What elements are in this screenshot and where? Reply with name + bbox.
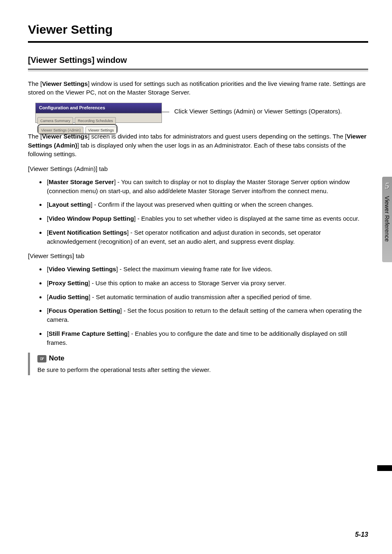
- text: - Use this option to make an access to S…: [90, 279, 286, 286]
- list-item: [Layout setting] - Confirm if the layout…: [46, 200, 368, 209]
- list-item: [Video Viewing Settings] - Select the ma…: [46, 265, 368, 274]
- section-rule: [28, 69, 368, 72]
- ui-label: Viewer Settings: [42, 80, 88, 87]
- note-heading: Note: [37, 353, 368, 364]
- chapter-name: Viewer Reference: [383, 196, 391, 242]
- viewer-tab-heading: [Viewer Settings] tab: [28, 252, 368, 261]
- page-edge-marker: [377, 465, 392, 471]
- ui-label: Master Storage Server: [48, 178, 114, 185]
- tab-viewer-settings-admin[interactable]: Viewer Settings (Admin): [38, 127, 83, 134]
- list-item: [Event Notification Settings] - Set oper…: [46, 228, 368, 246]
- section-heading: [Viewer Settings] window: [28, 54, 368, 66]
- ui-label: Focus Operation Setting: [48, 307, 120, 314]
- note-block: Note Be sure to perform the operational …: [28, 353, 368, 375]
- chapter-number: 5: [385, 180, 389, 192]
- page-number: 5-13: [355, 530, 368, 539]
- ui-label: Event Notification Settings: [48, 229, 127, 236]
- figure-callout: Configuration and Preferences Camera Sum…: [35, 103, 368, 123]
- list-item: [Master Storage Server] - You can switch…: [46, 178, 368, 196]
- text: The [: [28, 80, 42, 87]
- tab-camera-summary[interactable]: Camera Summary: [37, 117, 73, 124]
- text: - Enables you to set whether video is di…: [136, 215, 359, 222]
- dialog-tabrow: Camera Summary Recording Schedules Viewe…: [35, 113, 162, 123]
- callout-text: Click Viewer Settings (Admin) or Viewer …: [174, 103, 342, 116]
- viewer-tab-list: [Video Viewing Settings] - Select the ma…: [46, 265, 368, 347]
- text: - Confirm if the layout was preserved wh…: [92, 201, 314, 208]
- note-icon: [37, 355, 46, 362]
- ui-label: Video Viewing Settings: [48, 265, 116, 272]
- page-title: Viewer Setting: [28, 21, 368, 39]
- ui-label: Layout setting: [48, 201, 91, 208]
- ui-label: Video Window Popup Setting: [48, 215, 134, 222]
- note-title: Note: [49, 353, 65, 364]
- tab-viewer-settings[interactable]: Viewer Settings: [85, 127, 117, 134]
- list-item: [Video Window Popup Setting] - Enables y…: [46, 214, 368, 223]
- text: - Set automatic termination of audio tra…: [90, 293, 312, 300]
- ui-label: Proxy Setting: [48, 279, 88, 286]
- tab-recording-schedules[interactable]: Recording Schedules: [75, 117, 116, 124]
- intro-paragraph: The [Viewer Settings] window is used for…: [28, 79, 368, 97]
- dialog-titlebar: Configuration and Preferences: [35, 103, 162, 113]
- list-item: [Still Frame Capture Setting] - Enables …: [46, 329, 368, 347]
- title-rule: [28, 41, 368, 43]
- tabs-explain-paragraph: The [Viewer Settings] screen is divided …: [28, 132, 368, 159]
- note-body: Be sure to perform the operational tests…: [37, 365, 368, 374]
- callout-highlight: Viewer Settings (Admin) Viewer Settings: [37, 124, 118, 135]
- list-item: [Focus Operation Setting] - Set the focu…: [46, 306, 368, 324]
- dialog-figure: Configuration and Preferences Camera Sum…: [35, 103, 162, 123]
- admin-tab-heading: [Viewer Settings (Admin)] tab: [28, 164, 368, 173]
- callout-leader: [162, 103, 174, 111]
- ui-label: Audio Setting: [48, 293, 89, 300]
- ui-label: Still Frame Capture Setting: [48, 330, 128, 337]
- chapter-side-tab: 5 Viewer Reference: [382, 177, 392, 262]
- admin-tab-list: [Master Storage Server] - You can switch…: [46, 178, 368, 246]
- text: - Select the maximum viewing frame rate …: [118, 265, 272, 272]
- list-item: [Proxy Setting] - Use this option to mak…: [46, 279, 368, 288]
- list-item: [Audio Setting] - Set automatic terminat…: [46, 293, 368, 302]
- text: ] screen is divided into tabs for admini…: [88, 133, 347, 140]
